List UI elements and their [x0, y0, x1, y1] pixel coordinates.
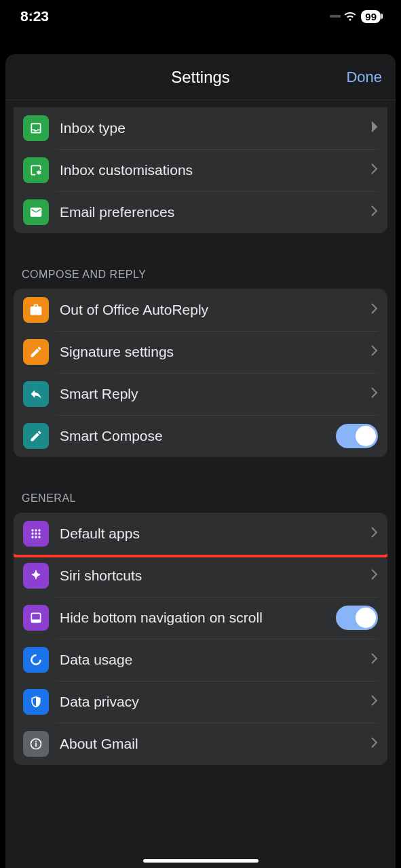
hide-nav-row[interactable]: Hide bottom navigation on scroll	[14, 597, 387, 639]
chevron-right-icon	[371, 303, 378, 317]
page-title: Settings	[171, 68, 230, 87]
inbox-type-icon	[23, 115, 49, 141]
inbox-group: Inbox type Inbox customisations	[14, 107, 387, 233]
chevron-right-icon	[371, 527, 378, 540]
svg-point-3	[38, 529, 40, 531]
data-privacy-row[interactable]: Data privacy	[14, 681, 387, 723]
reply-icon	[23, 381, 49, 407]
sheet-header: Settings Done	[5, 54, 396, 100]
info-icon	[23, 731, 49, 757]
section-header-compose: COMPOSE AND REPLY	[14, 254, 387, 289]
compose-icon	[23, 423, 49, 449]
apps-grid-icon	[23, 521, 49, 547]
row-label: Email preferences	[60, 203, 371, 221]
done-button[interactable]: Done	[346, 68, 382, 86]
svg-point-6	[38, 532, 40, 534]
section-header-general: GENERAL	[14, 477, 387, 513]
inbox-customisations-icon	[23, 157, 49, 183]
row-label: Hide bottom navigation on scroll	[60, 609, 336, 627]
inbox-type-row[interactable]: Inbox type	[14, 107, 387, 149]
briefcase-icon	[23, 297, 49, 323]
svg-point-5	[35, 532, 37, 534]
svg-point-8	[35, 536, 37, 538]
row-label: Data privacy	[60, 693, 371, 711]
row-label: Out of Office AutoReply	[60, 301, 371, 319]
wifi-icon	[343, 11, 357, 22]
row-label: Default apps	[60, 525, 371, 542]
hide-nav-toggle[interactable]	[336, 606, 378, 630]
row-label: Smart Reply	[60, 385, 371, 403]
row-label: Smart Compose	[60, 427, 336, 445]
svg-point-12	[31, 655, 40, 664]
chevron-right-icon	[371, 387, 378, 401]
smart-compose-row[interactable]: Smart Compose	[14, 415, 387, 457]
status-bar: 8:23 ••••• 99	[0, 0, 401, 30]
svg-point-15	[35, 741, 37, 742]
default-apps-row[interactable]: Default apps	[14, 513, 387, 557]
row-label: About Gmail	[60, 735, 371, 753]
data-usage-row[interactable]: Data usage	[14, 639, 387, 681]
svg-rect-14	[35, 743, 37, 747]
compose-group: Out of Office AutoReply Signature settin…	[14, 289, 387, 457]
row-label: Inbox type	[60, 119, 371, 137]
svg-point-4	[31, 532, 33, 534]
chevron-right-icon	[371, 569, 378, 583]
out-of-office-row[interactable]: Out of Office AutoReply	[14, 289, 387, 331]
row-label: Signature settings	[60, 343, 371, 361]
row-label: Siri shortcuts	[60, 567, 371, 585]
battery-level: 99	[361, 10, 381, 23]
row-label: Data usage	[60, 651, 371, 669]
chevron-right-icon	[371, 205, 378, 219]
svg-point-7	[31, 536, 33, 538]
status-time: 8:23	[20, 8, 49, 24]
shield-icon	[23, 689, 49, 715]
smart-compose-toggle[interactable]	[336, 424, 378, 448]
smart-reply-row[interactable]: Smart Reply	[14, 373, 387, 415]
data-usage-icon	[23, 647, 49, 673]
chevron-right-icon	[371, 121, 378, 135]
settings-sheet: Settings Done Inbox type	[5, 54, 396, 868]
signature-settings-row[interactable]: Signature settings	[14, 331, 387, 373]
row-label: Inbox customisations	[60, 161, 371, 179]
pen-icon	[23, 339, 49, 365]
signal-dots: •••••	[330, 11, 340, 22]
bottom-nav-icon	[23, 605, 49, 631]
chevron-right-icon	[371, 345, 378, 359]
chevron-right-icon	[371, 695, 378, 709]
email-preferences-row[interactable]: Email preferences	[14, 191, 387, 233]
chevron-right-icon	[371, 653, 378, 667]
svg-rect-11	[31, 620, 40, 623]
about-gmail-row[interactable]: About Gmail	[14, 723, 387, 765]
inbox-customisations-row[interactable]: Inbox customisations	[14, 149, 387, 191]
svg-point-9	[38, 536, 40, 538]
email-icon	[23, 199, 49, 225]
svg-point-1	[31, 529, 33, 531]
chevron-right-icon	[371, 163, 378, 177]
general-group: Default apps Siri shortcuts Hide bottom …	[14, 513, 387, 765]
chevron-right-icon	[371, 737, 378, 751]
home-indicator[interactable]	[143, 859, 259, 863]
siri-icon	[23, 563, 49, 589]
siri-shortcuts-row[interactable]: Siri shortcuts	[14, 555, 387, 597]
svg-point-2	[35, 529, 37, 531]
